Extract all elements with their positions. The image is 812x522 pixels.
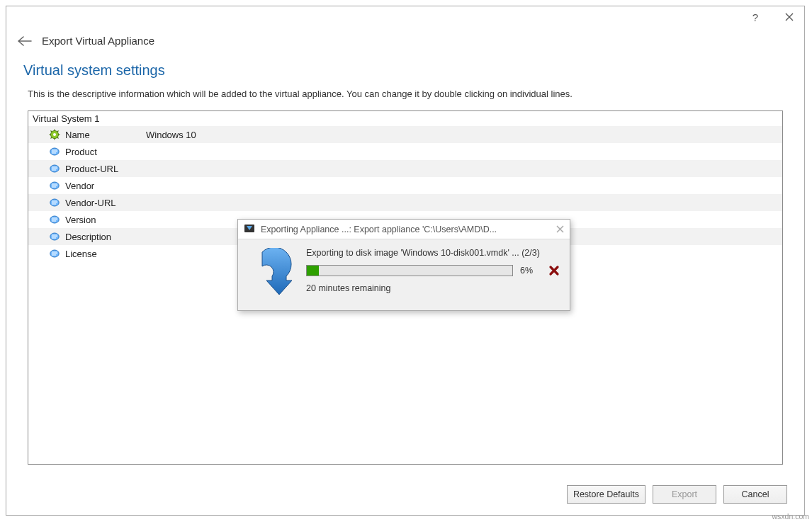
settings-row-label: License [65, 249, 142, 259]
settings-row-label: Product-URL [65, 164, 142, 174]
svg-line-7 [57, 137, 59, 139]
svg-point-1 [53, 133, 56, 136]
restore-defaults-button[interactable]: Restore Defaults [567, 485, 645, 504]
help-button[interactable]: ? [745, 11, 766, 23]
settings-row[interactable]: Product [28, 143, 782, 160]
progress-status-text: Exporting to disk image 'Windows 10-disk… [306, 248, 560, 258]
settings-row[interactable]: Vendor-URL [28, 194, 782, 211]
doc-icon [48, 213, 61, 226]
watermark: wsxdn.com [772, 512, 809, 521]
section-description: This is the descriptive information whic… [6, 87, 804, 108]
gear-icon [48, 128, 61, 141]
settings-row-label: Vendor [65, 181, 142, 191]
close-button[interactable] [779, 11, 800, 23]
section-heading: Virtual system settings [6, 58, 804, 87]
settings-row[interactable]: Product-URL [28, 160, 782, 177]
close-icon[interactable] [556, 224, 564, 235]
export-wizard-window: ? Export Virtual Appliance Virtual syste… [6, 6, 805, 516]
progress-dialog-titlebar: Exporting Appliance ...: Export applianc… [238, 220, 570, 239]
progress-percent: 6% [520, 266, 541, 276]
doc-icon [48, 230, 61, 243]
svg-line-9 [57, 131, 59, 132]
settings-row-label: Version [65, 215, 142, 225]
download-arrow-icon [248, 248, 296, 299]
settings-row-value: Windows 10 [146, 130, 782, 140]
wizard-header: Export Virtual Appliance [6, 28, 804, 58]
export-button[interactable]: Export [653, 485, 716, 504]
progress-bar-fill [307, 266, 319, 276]
settings-group-header: Virtual System 1 [28, 111, 782, 126]
settings-row[interactable]: Name Windows 10 [28, 126, 782, 143]
progress-dialog: Exporting Appliance ...: Export applianc… [237, 219, 570, 311]
window-titlebar: ? [6, 6, 804, 28]
cancel-progress-icon[interactable] [548, 265, 560, 276]
svg-line-8 [51, 137, 52, 139]
settings-row-label: Description [65, 232, 142, 242]
vbox-icon [244, 222, 255, 236]
svg-line-6 [51, 131, 52, 132]
doc-icon [48, 162, 61, 175]
doc-icon [48, 196, 61, 209]
wizard-buttons: Restore Defaults Export Cancel [567, 485, 787, 504]
progress-bar [306, 265, 513, 276]
back-arrow-icon[interactable] [18, 36, 32, 46]
page-title: Export Virtual Appliance [42, 35, 154, 47]
doc-icon [48, 179, 61, 192]
doc-icon [48, 247, 61, 260]
settings-row-label: Product [65, 147, 142, 157]
settings-row-label: Name [65, 130, 142, 140]
settings-row-label: Vendor-URL [65, 198, 142, 208]
cancel-button[interactable]: Cancel [723, 485, 787, 504]
doc-icon [48, 145, 61, 158]
settings-row[interactable]: Vendor [28, 177, 782, 194]
progress-dialog-title: Exporting Appliance ...: Export applianc… [261, 225, 551, 234]
progress-remaining: 20 minutes remaining [306, 283, 560, 293]
